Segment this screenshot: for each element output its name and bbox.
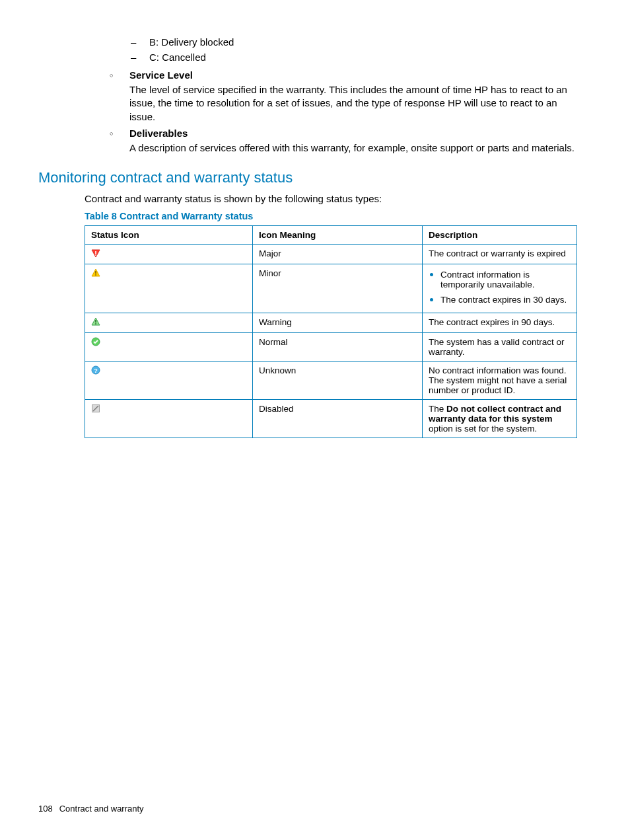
icon-meaning: Normal bbox=[253, 333, 423, 362]
circle-bullet-icon: ○ bbox=[110, 130, 129, 137]
section-heading: Monitoring contract and warranty status bbox=[38, 169, 576, 186]
desc-bullet: Contract information is temporarily unav… bbox=[440, 268, 571, 289]
list-item: ○ Deliverables A description of services… bbox=[110, 128, 576, 155]
sub-bullet-list: – B: Delivery blocked – C: Cancelled bbox=[131, 36, 576, 63]
circle-bullet-icon: ○ bbox=[110, 72, 129, 79]
page-number: 108 bbox=[38, 804, 53, 814]
term-title: Service Level bbox=[129, 69, 193, 81]
normal-icon bbox=[91, 337, 100, 348]
svg-text:?: ? bbox=[94, 367, 98, 374]
minor-icon bbox=[91, 268, 100, 280]
list-item: – B: Delivery blocked bbox=[131, 36, 576, 48]
icon-description: Contract information is temporarily unav… bbox=[423, 264, 577, 313]
icon-description: The Do not collect contract and warranty… bbox=[423, 400, 577, 438]
status-icon-cell: ? bbox=[85, 362, 253, 400]
table-header: Icon Meaning bbox=[253, 226, 423, 245]
icon-description: The system has a valid contract or warra… bbox=[423, 333, 577, 362]
svg-rect-5 bbox=[95, 274, 96, 276]
icon-meaning: Minor bbox=[253, 264, 423, 313]
intro-text: Contract and warranty status is shown by… bbox=[85, 193, 576, 204]
status-icon-cell bbox=[85, 400, 253, 438]
svg-rect-7 bbox=[95, 320, 96, 323]
icon-meaning: Major bbox=[253, 245, 423, 264]
table-caption: Table 8 Contract and Warranty status bbox=[85, 211, 576, 221]
table-row: ? Unknown No contract information was fo… bbox=[85, 362, 577, 400]
status-icon-cell bbox=[85, 333, 253, 362]
desc-bullet: The contract expires in 30 days. bbox=[440, 293, 571, 305]
status-icon-cell bbox=[85, 313, 253, 333]
major-icon bbox=[91, 248, 100, 260]
term-body: The level of service specified in the wa… bbox=[129, 83, 576, 124]
table-header: Status Icon bbox=[85, 226, 253, 245]
term-title: Deliverables bbox=[129, 128, 188, 139]
dash-bullet: – bbox=[131, 52, 149, 63]
desc-prefix: The bbox=[429, 404, 446, 414]
list-item-text: C: Cancelled bbox=[149, 52, 206, 63]
svg-rect-8 bbox=[95, 323, 96, 325]
warning-icon bbox=[91, 317, 100, 328]
icon-description: The contract or warranty is expired bbox=[423, 245, 577, 264]
svg-rect-1 bbox=[95, 251, 96, 254]
icon-description: No contract information was found. The s… bbox=[423, 362, 577, 400]
table-row: Minor Contract information is temporaril… bbox=[85, 264, 577, 313]
icon-meaning: Disabled bbox=[253, 400, 423, 438]
list-item: ○ Service Level The level of service spe… bbox=[110, 69, 576, 124]
table-row: Major The contract or warranty is expire… bbox=[85, 245, 577, 264]
list-item: – C: Cancelled bbox=[131, 52, 576, 63]
list-item-text: B: Delivery blocked bbox=[149, 36, 234, 48]
svg-rect-4 bbox=[95, 271, 96, 274]
status-icon-cell bbox=[85, 264, 253, 313]
unknown-icon: ? bbox=[91, 365, 100, 377]
definition-list: ○ Service Level The level of service spe… bbox=[110, 69, 576, 155]
term-body: A description of services offered with t… bbox=[129, 141, 576, 155]
desc-bold: Do not collect contract and warranty dat… bbox=[429, 404, 561, 424]
disabled-icon bbox=[91, 404, 100, 415]
table-header: Description bbox=[423, 226, 577, 245]
dash-bullet: – bbox=[131, 36, 149, 48]
svg-rect-2 bbox=[95, 254, 96, 256]
table-row: Warning The contract expires in 90 days. bbox=[85, 313, 577, 333]
icon-description: The contract expires in 90 days. bbox=[423, 313, 577, 333]
desc-suffix: option is set for the system. bbox=[429, 424, 537, 434]
table-row: Disabled The Do not collect contract and… bbox=[85, 400, 577, 438]
icon-meaning: Warning bbox=[253, 313, 423, 333]
table-row: Normal The system has a valid contract o… bbox=[85, 333, 577, 362]
page-footer: 108Contract and warranty bbox=[38, 804, 144, 814]
footer-section: Contract and warranty bbox=[59, 804, 144, 814]
status-table: Status Icon Icon Meaning Description Maj… bbox=[85, 225, 577, 438]
status-icon-cell bbox=[85, 245, 253, 264]
icon-meaning: Unknown bbox=[253, 362, 423, 400]
